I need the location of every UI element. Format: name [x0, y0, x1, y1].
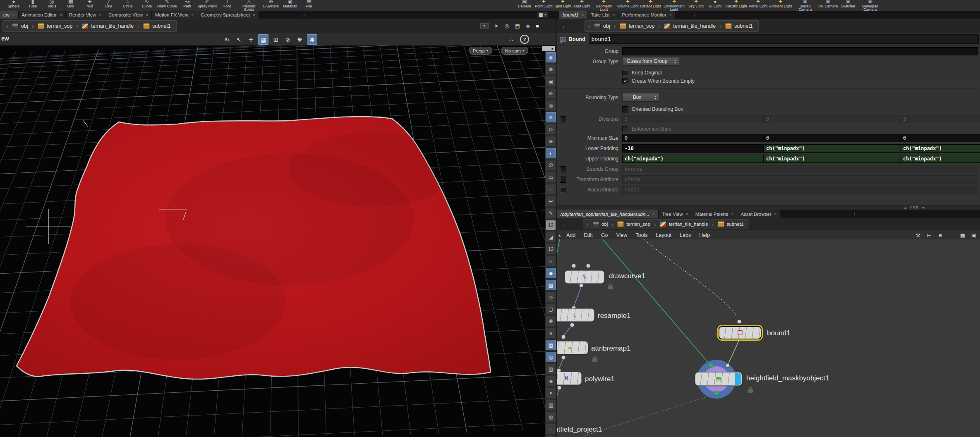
display-option-icon[interactable]: 12: [546, 220, 556, 230]
breadcrumb-item[interactable]: terrian_sop: [35, 23, 76, 29]
display-option-icon[interactable]: ✦: [546, 388, 556, 398]
shelf-tool[interactable]: ✦ Volume Light: [616, 0, 640, 8]
minimum-size-z-field[interactable]: 0: [901, 134, 980, 142]
upper-padding-z-field[interactable]: ch("minpadx"): [901, 155, 980, 163]
group-type-spinner[interactable]: ▲ ▼: [671, 57, 679, 66]
bounding-type-dropdown[interactable]: Box: [622, 93, 652, 102]
projection-menu[interactable]: Persp ▾: [469, 47, 492, 55]
upper-padding-x-field[interactable]: ch("minpadx"): [622, 155, 764, 163]
shelf-tool[interactable]: ✦ Sky Light: [687, 0, 706, 8]
node-label[interactable]: htfield_project1: [557, 425, 602, 434]
pane-menu-control[interactable]: ▾: [537, 12, 548, 18]
viewport-tool-icon[interactable]: ↖: [234, 35, 244, 44]
display-option-icon[interactable]: ▨: [546, 280, 556, 290]
display-option-icon[interactable]: ∅: [546, 160, 556, 170]
breadcrumb-item[interactable]: obj: [591, 23, 613, 29]
shelf-tool[interactable]: ↝ Path: [178, 0, 197, 8]
viewport-tool-icon[interactable]: ↻: [222, 35, 232, 44]
shelf-tool[interactable]: ◎ Torus: [42, 0, 61, 8]
tab-close-icon[interactable]: ×: [581, 13, 584, 17]
grid-align-icon[interactable]: ▦: [959, 232, 966, 239]
display-option-icon[interactable]: ⊗: [546, 88, 556, 98]
menu-item[interactable]: Tools: [631, 232, 652, 238]
chevron-down-icon[interactable]: ▼: [480, 23, 489, 29]
create-when-empty-checkbox[interactable]: ✓: [622, 78, 628, 84]
nav-forward-icon[interactable]: →: [571, 221, 576, 227]
lower-padding-x-field[interactable]: -10: [622, 144, 764, 153]
tree-hierarchy-icon[interactable]: ⊢: [925, 232, 933, 239]
display-option-icon[interactable]: ✚: [546, 316, 556, 326]
geometry-cube-icon[interactable]: ⬒: [515, 23, 520, 29]
node-resample1[interactable]: ≈: [557, 308, 594, 322]
breadcrumb-item[interactable]: terrian_tile_handle: [79, 23, 137, 29]
display-option-icon[interactable]: ◇: [546, 292, 556, 302]
display-option-icon[interactable]: ▤: [546, 340, 556, 350]
oriented-bbox-checkbox[interactable]: [622, 106, 628, 112]
pane-tab[interactable]: /obj/terrian_sop/terrian_tile_handle/sub…: [557, 210, 659, 218]
viewport-3d-canvas[interactable]: [0, 45, 556, 437]
display-option-icon[interactable]: ◍: [546, 412, 556, 422]
target-icon[interactable]: ◎: [505, 23, 509, 29]
pane-tab[interactable]: Render View ×: [66, 11, 105, 19]
new-tab-button[interactable]: +: [849, 210, 859, 218]
upper-padding-y-field[interactable]: ch("minpadx"): [764, 155, 901, 163]
tab-close-icon[interactable]: ×: [652, 212, 655, 216]
lower-padding-z-field[interactable]: ch("minpadx"): [901, 144, 980, 153]
shelf-tool[interactable]: ✎ Draw Curve: [156, 0, 178, 8]
shelf-tool[interactable]: ▣ Camera: [515, 0, 534, 8]
minimum-size-y-field[interactable]: 0: [764, 134, 901, 142]
lights-icon[interactable]: ◆: [526, 23, 530, 29]
bounding-type-spinner[interactable]: ▲ ▼: [652, 93, 659, 102]
tab-close-icon[interactable]: ×: [99, 13, 101, 17]
pane-tab[interactable]: Motion FX View ×: [152, 11, 197, 19]
nav-back-icon[interactable]: ←: [561, 22, 568, 29]
display-option-icon[interactable]: ◐: [546, 148, 556, 158]
list-view-icon[interactable]: ≡: [937, 232, 944, 239]
breadcrumb-item[interactable]: terrian_sop: [614, 221, 653, 227]
shelf-tool[interactable]: ✦ Point Light: [534, 0, 553, 8]
pane-tab[interactable]: Geometry Spreadsheet ×: [197, 11, 259, 19]
node-label[interactable]: drawcurve1: [609, 272, 645, 280]
pane-tab[interactable]: Take List ×: [587, 11, 618, 19]
display-option-icon[interactable]: ☀: [546, 112, 556, 122]
shelf-tool[interactable]: ▤ File: [300, 0, 319, 8]
menu-item[interactable]: Help: [695, 232, 714, 238]
breadcrumb-item[interactable]: subnet1: [140, 23, 173, 29]
pane-tab[interactable]: Asset Browser ×: [737, 210, 780, 218]
shelf-tool[interactable]: △ Platonic Solids: [237, 0, 261, 11]
node-bound1[interactable]: ❒: [719, 326, 762, 339]
display-option-icon[interactable]: ▥: [546, 400, 556, 410]
menu-item[interactable]: Add: [562, 232, 580, 238]
menu-item[interactable]: Go: [597, 232, 612, 238]
menu-item[interactable]: Labs: [676, 232, 695, 238]
pane-tab[interactable]: bound1 ×: [559, 11, 587, 19]
node-heightfield-maskbyobject1[interactable]: ⬒: [695, 372, 742, 386]
menu-item[interactable]: Edit: [580, 232, 597, 238]
shelf-tool[interactable]: I Font: [218, 0, 237, 8]
shelf-tool[interactable]: ▣ VR Camera: [817, 0, 839, 8]
lower-padding-y-field[interactable]: ch("minpadx"): [764, 144, 901, 153]
shelf-tool[interactable]: ▣ Switcher: [839, 0, 858, 8]
collapse-down-icon[interactable]: ▼: [922, 206, 925, 209]
tab-close-icon[interactable]: ×: [146, 13, 148, 17]
tab-close-icon[interactable]: ×: [12, 13, 15, 17]
pane-tab[interactable]: Performance Monitor ×: [618, 11, 675, 19]
shelf-tool[interactable]: ✦ Portal Light: [748, 0, 769, 8]
display-square-icon[interactable]: ■: [536, 23, 539, 29]
pane-scroll-marker[interactable]: ▲: [557, 234, 562, 237]
shelf-tool[interactable]: ● GI Light: [706, 0, 725, 8]
shelf-tool[interactable]: ✦ Caustic Light: [725, 0, 748, 8]
display-option-icon[interactable]: ▫: [546, 424, 556, 434]
shelf-tool[interactable]: ✦ Ambient Light: [768, 0, 793, 8]
display-option-icon[interactable]: ∩: [546, 256, 556, 266]
keep-original-checkbox[interactable]: [622, 70, 628, 76]
menu-item[interactable]: Layout: [652, 232, 676, 238]
node-label[interactable]: bound1: [767, 329, 791, 337]
viewport-tool-icon[interactable]: ✛: [246, 35, 256, 44]
display-option-icon[interactable]: ◢: [546, 232, 556, 242]
pane-tab[interactable]: Composite View ×: [105, 11, 152, 19]
display-option-icon[interactable]: ▢: [546, 304, 556, 314]
network-canvas[interactable]: ✎ drawcurve1 ≈ resample1 ▰ attribremap1 …: [557, 239, 980, 437]
viewport-scrollbar-stub[interactable]: ▶: [542, 46, 555, 51]
pin-icon[interactable]: ➤: [494, 23, 499, 29]
